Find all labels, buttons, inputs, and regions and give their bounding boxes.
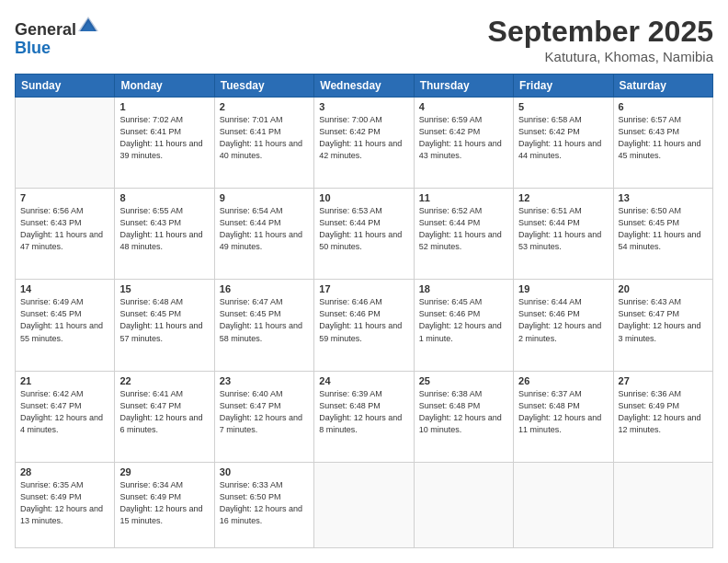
day-cell: 24Sunrise: 6:39 AMSunset: 6:48 PMDayligh… [314, 371, 414, 462]
day-info: Sunrise: 6:59 AMSunset: 6:42 PMDaylight:… [419, 114, 508, 162]
day-cell: 10Sunrise: 6:53 AMSunset: 6:44 PMDayligh… [314, 189, 414, 280]
day-number: 15 [119, 283, 209, 294]
day-info: Sunrise: 6:54 AMSunset: 6:44 PMDaylight:… [220, 205, 309, 253]
day-cell: 18Sunrise: 6:45 AMSunset: 6:46 PMDayligh… [414, 280, 513, 371]
day-cell: 14Sunrise: 6:49 AMSunset: 6:45 PMDayligh… [16, 280, 115, 371]
day-number: 24 [319, 375, 408, 386]
day-cell [314, 462, 414, 547]
day-number: 17 [319, 283, 408, 294]
title-block: September 2025 Katutura, Khomas, Namibia [488, 15, 713, 64]
day-cell: 25Sunrise: 6:38 AMSunset: 6:48 PMDayligh… [414, 371, 513, 462]
weekday-header-sunday: Sunday [16, 75, 115, 98]
day-number: 26 [518, 375, 608, 386]
week-row-5: 28Sunrise: 6:35 AMSunset: 6:49 PMDayligh… [16, 462, 713, 547]
day-info: Sunrise: 6:57 AMSunset: 6:43 PMDaylight:… [619, 114, 708, 162]
header: General Blue September 2025 Katutura, Kh… [15, 15, 713, 64]
day-number: 2 [220, 101, 309, 112]
day-number: 20 [619, 283, 708, 294]
day-cell [16, 98, 115, 189]
day-cell: 23Sunrise: 6:40 AMSunset: 6:47 PMDayligh… [214, 371, 313, 462]
day-info: Sunrise: 6:37 AMSunset: 6:48 PMDaylight:… [518, 388, 608, 436]
logo-icon [78, 15, 98, 35]
day-info: Sunrise: 6:33 AMSunset: 6:50 PMDaylight:… [220, 479, 309, 527]
day-info: Sunrise: 6:41 AMSunset: 6:47 PMDaylight:… [119, 388, 209, 436]
month-title: September 2025 [488, 15, 713, 49]
calendar-table: SundayMondayTuesdayWednesdayThursdayFrid… [15, 74, 713, 548]
weekday-header-monday: Monday [115, 75, 214, 98]
day-cell: 12Sunrise: 6:51 AMSunset: 6:44 PMDayligh… [514, 189, 613, 280]
day-cell: 4Sunrise: 6:59 AMSunset: 6:42 PMDaylight… [414, 98, 513, 189]
day-number: 18 [419, 283, 508, 294]
day-info: Sunrise: 7:02 AMSunset: 6:41 PMDaylight:… [119, 114, 209, 162]
day-cell: 15Sunrise: 6:48 AMSunset: 6:45 PMDayligh… [115, 280, 214, 371]
day-number: 1 [119, 101, 209, 112]
day-number: 16 [220, 283, 309, 294]
day-number: 7 [20, 192, 109, 203]
day-info: Sunrise: 6:46 AMSunset: 6:46 PMDaylight:… [319, 296, 408, 344]
day-cell: 1Sunrise: 7:02 AMSunset: 6:41 PMDaylight… [115, 98, 214, 189]
day-number: 5 [518, 101, 608, 112]
day-number: 27 [619, 375, 708, 386]
day-info: Sunrise: 6:40 AMSunset: 6:47 PMDaylight:… [220, 388, 309, 436]
weekday-header-wednesday: Wednesday [314, 75, 414, 98]
week-row-2: 7Sunrise: 6:56 AMSunset: 6:43 PMDaylight… [16, 189, 713, 280]
day-info: Sunrise: 7:01 AMSunset: 6:41 PMDaylight:… [220, 114, 309, 162]
day-number: 22 [119, 375, 209, 386]
day-info: Sunrise: 7:00 AMSunset: 6:42 PMDaylight:… [319, 114, 408, 162]
week-row-3: 14Sunrise: 6:49 AMSunset: 6:45 PMDayligh… [16, 280, 713, 371]
day-number: 21 [20, 375, 109, 386]
day-cell: 2Sunrise: 7:01 AMSunset: 6:41 PMDaylight… [214, 98, 313, 189]
day-number: 12 [518, 192, 608, 203]
day-info: Sunrise: 6:51 AMSunset: 6:44 PMDaylight:… [518, 205, 608, 253]
day-cell: 3Sunrise: 7:00 AMSunset: 6:42 PMDaylight… [314, 98, 414, 189]
weekday-header-row: SundayMondayTuesdayWednesdayThursdayFrid… [16, 75, 713, 98]
day-cell: 28Sunrise: 6:35 AMSunset: 6:49 PMDayligh… [16, 462, 115, 547]
day-cell: 16Sunrise: 6:47 AMSunset: 6:45 PMDayligh… [214, 280, 313, 371]
day-info: Sunrise: 6:43 AMSunset: 6:47 PMDaylight:… [619, 296, 708, 344]
day-number: 30 [220, 466, 309, 477]
day-cell [514, 462, 613, 547]
day-info: Sunrise: 6:35 AMSunset: 6:49 PMDaylight:… [20, 479, 109, 527]
weekday-header-friday: Friday [514, 75, 613, 98]
day-cell: 11Sunrise: 6:52 AMSunset: 6:44 PMDayligh… [414, 189, 513, 280]
location-subtitle: Katutura, Khomas, Namibia [488, 49, 713, 64]
week-row-4: 21Sunrise: 6:42 AMSunset: 6:47 PMDayligh… [16, 371, 713, 462]
day-info: Sunrise: 6:49 AMSunset: 6:45 PMDaylight:… [20, 296, 109, 344]
day-number: 13 [619, 192, 708, 203]
day-number: 28 [20, 466, 109, 477]
day-info: Sunrise: 6:48 AMSunset: 6:45 PMDaylight:… [119, 296, 209, 344]
logo-general-text: General [15, 20, 76, 39]
day-cell: 26Sunrise: 6:37 AMSunset: 6:48 PMDayligh… [514, 371, 613, 462]
day-info: Sunrise: 6:45 AMSunset: 6:46 PMDaylight:… [419, 296, 508, 344]
day-number: 19 [518, 283, 608, 294]
day-cell: 6Sunrise: 6:57 AMSunset: 6:43 PMDaylight… [613, 98, 712, 189]
day-number: 29 [119, 466, 209, 477]
day-cell: 29Sunrise: 6:34 AMSunset: 6:49 PMDayligh… [115, 462, 214, 547]
day-number: 14 [20, 283, 109, 294]
day-cell: 8Sunrise: 6:55 AMSunset: 6:43 PMDaylight… [115, 189, 214, 280]
day-cell: 17Sunrise: 6:46 AMSunset: 6:46 PMDayligh… [314, 280, 414, 371]
day-number: 23 [220, 375, 309, 386]
logo-blue-text: Blue [15, 39, 51, 57]
day-info: Sunrise: 6:47 AMSunset: 6:45 PMDaylight:… [220, 296, 309, 344]
day-info: Sunrise: 6:39 AMSunset: 6:48 PMDaylight:… [319, 388, 408, 436]
day-number: 9 [220, 192, 309, 203]
logo: General Blue [15, 15, 98, 58]
day-cell: 5Sunrise: 6:58 AMSunset: 6:42 PMDaylight… [514, 98, 613, 189]
day-cell: 19Sunrise: 6:44 AMSunset: 6:46 PMDayligh… [514, 280, 613, 371]
day-number: 11 [419, 192, 508, 203]
day-info: Sunrise: 6:53 AMSunset: 6:44 PMDaylight:… [319, 205, 408, 253]
day-number: 3 [319, 101, 408, 112]
weekday-header-saturday: Saturday [613, 75, 712, 98]
day-info: Sunrise: 6:34 AMSunset: 6:49 PMDaylight:… [119, 479, 209, 527]
day-cell: 27Sunrise: 6:36 AMSunset: 6:49 PMDayligh… [613, 371, 712, 462]
day-number: 4 [419, 101, 508, 112]
day-info: Sunrise: 6:58 AMSunset: 6:42 PMDaylight:… [518, 114, 608, 162]
day-info: Sunrise: 6:52 AMSunset: 6:44 PMDaylight:… [419, 205, 508, 253]
day-number: 8 [119, 192, 209, 203]
day-info: Sunrise: 6:56 AMSunset: 6:43 PMDaylight:… [20, 205, 109, 253]
day-info: Sunrise: 6:44 AMSunset: 6:46 PMDaylight:… [518, 296, 608, 344]
day-number: 10 [319, 192, 408, 203]
day-info: Sunrise: 6:38 AMSunset: 6:48 PMDaylight:… [419, 388, 508, 436]
day-cell: 22Sunrise: 6:41 AMSunset: 6:47 PMDayligh… [115, 371, 214, 462]
